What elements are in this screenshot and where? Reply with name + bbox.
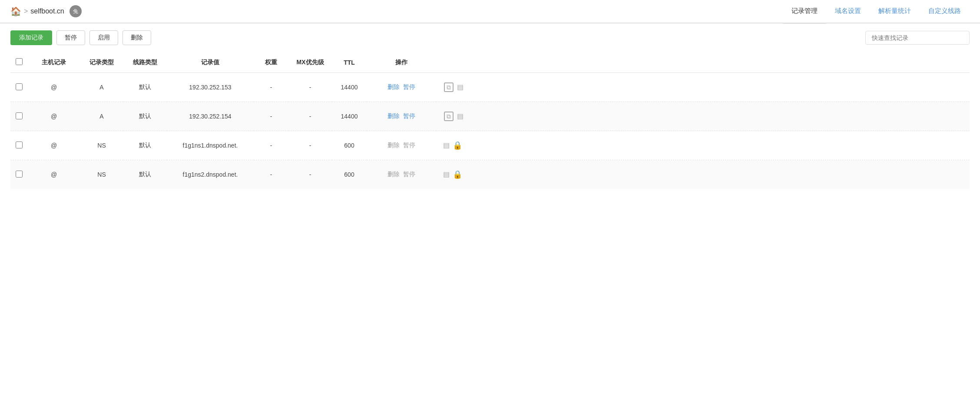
table-row: @ A 默认 192.30.252.153 - - 14400 删除 暂停 ⧉ … xyxy=(10,73,970,102)
col-header-weight: 权重 xyxy=(254,52,288,73)
breadcrumb: 🏠 > selfboot.cn 兔 xyxy=(10,5,783,17)
row-delete-link: 删除 xyxy=(387,171,400,178)
row-checkbox[interactable] xyxy=(16,112,23,119)
row-icon-cell: ⧉ ▤ xyxy=(436,102,970,131)
add-record-button[interactable]: 添加记录 xyxy=(10,30,52,45)
col-header-line: 线路类型 xyxy=(123,52,167,73)
row-value: 192.30.252.154 xyxy=(167,102,254,131)
row-ttl: 600 xyxy=(332,131,367,160)
row-checkbox-cell xyxy=(10,102,28,131)
select-all-checkbox[interactable] xyxy=(16,58,23,65)
row-mx: - xyxy=(288,73,332,102)
row-mx: - xyxy=(288,160,332,189)
row-type: A xyxy=(80,73,123,102)
row-pause-link: 暂停 xyxy=(403,142,415,149)
edit-icon[interactable]: ▤ xyxy=(455,112,465,121)
row-mx: - xyxy=(288,131,332,160)
search-input[interactable] xyxy=(865,31,970,45)
toolbar: 添加记录 暂停 启用 删除 xyxy=(0,23,980,52)
copy-icon[interactable]: ⧉ xyxy=(444,112,454,121)
row-delete-link: 删除 xyxy=(387,142,400,149)
table-container: 主机记录 记录类型 线路类型 记录值 权重 MX优先级 TTL 操作 @ A 默… xyxy=(0,52,980,189)
row-icon-cell: ▤ 🔒 xyxy=(436,160,970,189)
lock-icon: 🔒 xyxy=(453,141,462,150)
delete-button[interactable]: 删除 xyxy=(122,30,151,45)
tab-domain-settings[interactable]: 域名设置 xyxy=(826,0,870,24)
edit-icon[interactable]: ▤ xyxy=(455,82,465,92)
col-header-icons xyxy=(436,52,970,73)
edit-icon[interactable]: ▤ xyxy=(441,170,451,179)
home-icon[interactable]: 🏠 xyxy=(10,6,21,16)
records-table: 主机记录 记录类型 线路类型 记录值 权重 MX优先级 TTL 操作 @ A 默… xyxy=(10,52,970,189)
row-delete-link[interactable]: 删除 xyxy=(387,83,400,91)
tab-custom-line[interactable]: 自定义线路 xyxy=(920,0,970,24)
row-actions: 删除 暂停 xyxy=(367,131,436,160)
row-checkbox-cell xyxy=(10,73,28,102)
row-pause-link[interactable]: 暂停 xyxy=(403,112,415,120)
row-weight: - xyxy=(254,102,288,131)
col-header-host: 主机记录 xyxy=(28,52,80,73)
row-checkbox[interactable] xyxy=(16,171,23,178)
col-header-action: 操作 xyxy=(367,52,436,73)
col-header-ttl: TTL xyxy=(332,52,367,73)
row-ttl: 14400 xyxy=(332,73,367,102)
row-actions: 删除 暂停 xyxy=(367,160,436,189)
row-value: 192.30.252.153 xyxy=(167,73,254,102)
edit-icon[interactable]: ▤ xyxy=(441,141,451,150)
row-value: f1g1ns1.dnspod.net. xyxy=(167,131,254,160)
table-row: @ A 默认 192.30.252.154 - - 14400 删除 暂停 ⧉ … xyxy=(10,102,970,131)
row-ttl: 14400 xyxy=(332,102,367,131)
row-icon-cell: ▤ 🔒 xyxy=(436,131,970,160)
row-line: 默认 xyxy=(123,131,167,160)
col-checkbox xyxy=(10,52,28,73)
lock-icon: 🔒 xyxy=(453,170,462,179)
row-line: 默认 xyxy=(123,73,167,102)
row-mx: - xyxy=(288,102,332,131)
enable-button[interactable]: 启用 xyxy=(89,30,118,45)
row-type: A xyxy=(80,102,123,131)
row-checkbox-cell xyxy=(10,160,28,189)
row-line: 默认 xyxy=(123,102,167,131)
row-checkbox[interactable] xyxy=(16,83,23,90)
col-header-mx: MX优先级 xyxy=(288,52,332,73)
row-type: NS xyxy=(80,160,123,189)
col-header-value: 记录值 xyxy=(167,52,254,73)
breadcrumb-separator: > xyxy=(24,7,28,15)
table-row: @ NS 默认 f1g1ns1.dnspod.net. - - 600 删除 暂… xyxy=(10,131,970,160)
row-pause-link: 暂停 xyxy=(403,171,415,178)
breadcrumb-domain: selfboot.cn xyxy=(30,7,64,15)
row-pause-link[interactable]: 暂停 xyxy=(403,83,415,91)
row-icon-cell: ⧉ ▤ xyxy=(436,73,970,102)
row-ttl: 600 xyxy=(332,160,367,189)
row-line: 默认 xyxy=(123,160,167,189)
row-weight: - xyxy=(254,73,288,102)
col-header-type: 记录类型 xyxy=(80,52,123,73)
rabbit-icon: 兔 xyxy=(70,5,82,17)
row-host: @ xyxy=(28,102,80,131)
row-checkbox-cell xyxy=(10,131,28,160)
nav-tabs: 记录管理 域名设置 解析量统计 自定义线路 xyxy=(783,0,970,23)
row-value: f1g1ns2.dnspod.net. xyxy=(167,160,254,189)
row-actions: 删除 暂停 xyxy=(367,73,436,102)
table-row: @ NS 默认 f1g1ns2.dnspod.net. - - 600 删除 暂… xyxy=(10,160,970,189)
tab-analytics[interactable]: 解析量统计 xyxy=(870,0,920,24)
row-host: @ xyxy=(28,160,80,189)
pause-button[interactable]: 暂停 xyxy=(56,30,85,45)
header: 🏠 > selfboot.cn 兔 记录管理 域名设置 解析量统计 自定义线路 xyxy=(0,0,980,23)
tab-records[interactable]: 记录管理 xyxy=(783,0,826,24)
row-weight: - xyxy=(254,160,288,189)
row-checkbox[interactable] xyxy=(16,142,23,148)
table-header-row: 主机记录 记录类型 线路类型 记录值 权重 MX优先级 TTL 操作 xyxy=(10,52,970,73)
row-type: NS xyxy=(80,131,123,160)
row-host: @ xyxy=(28,73,80,102)
row-actions: 删除 暂停 xyxy=(367,102,436,131)
row-host: @ xyxy=(28,131,80,160)
row-weight: - xyxy=(254,131,288,160)
row-delete-link[interactable]: 删除 xyxy=(387,112,400,120)
search-box xyxy=(865,31,970,45)
copy-icon[interactable]: ⧉ xyxy=(444,82,454,92)
